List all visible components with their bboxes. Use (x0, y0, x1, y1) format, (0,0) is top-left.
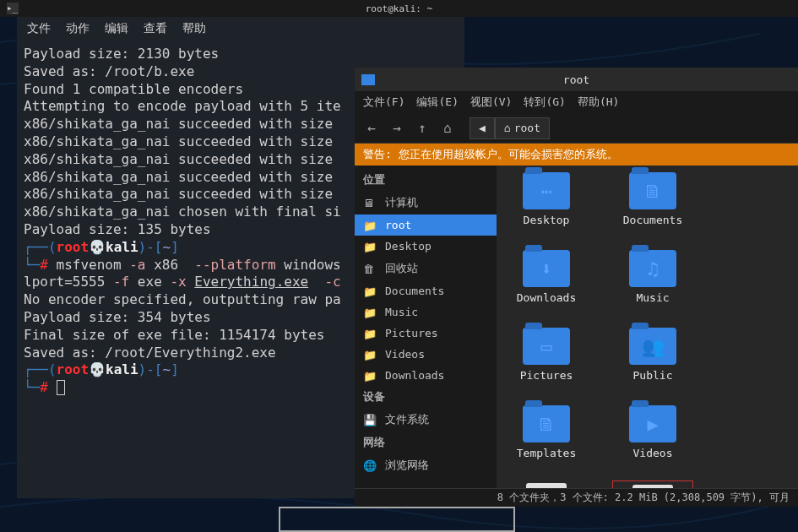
status-text: 8 个文件夹，3 个文件: 2.2 MiB (2,308,509 字节), 可月 (497, 491, 790, 505)
top-panel: ▸_ root@kali: ~ (0, 0, 798, 17)
file-item-pictures[interactable]: ▭Pictures (508, 328, 584, 382)
fm-menu-goto[interactable]: 转到(G) (524, 95, 565, 110)
fm-titlebar[interactable]: root (355, 68, 798, 91)
file-item-videos[interactable]: ▶Videos (615, 405, 691, 459)
cursor (57, 380, 65, 395)
sidebar-item-pictures[interactable]: 📁Pictures (355, 323, 497, 344)
folder-icon: 📁 (363, 349, 378, 361)
breadcrumb: ◀ ⌂ root (470, 117, 550, 139)
terminal-menu: 文件 动作 编辑 查看 帮助 (17, 17, 464, 41)
file-item-public[interactable]: 👥Public (615, 328, 691, 382)
back-button[interactable]: ← (361, 118, 382, 138)
sidebar-item-计算机[interactable]: 🖥计算机 (355, 191, 497, 214)
folder-icon: 👥 (629, 328, 676, 365)
folder-icon: 📁 (363, 328, 378, 339)
sidebar-header-network: 网络 (355, 432, 497, 453)
fm-menubar: 文件(F) 编辑(E) 视图(V) 转到(G) 帮助(H) (355, 91, 798, 113)
exe-icon (526, 483, 567, 488)
file-label: Desktop (524, 214, 570, 226)
menu-help[interactable]: 帮助 (182, 21, 206, 36)
menu-edit[interactable]: 编辑 (105, 21, 128, 36)
fm-menu-edit[interactable]: 编辑(E) (416, 95, 458, 110)
file-label: Templates (517, 447, 576, 459)
sidebar-item-videos[interactable]: 📁Videos (355, 344, 497, 365)
fm-sidebar: 位置 🖥计算机📁root📁Desktop🗑回收站📁Documents📁Music… (355, 166, 497, 488)
sidebar-item-music[interactable]: 📁Music (355, 301, 497, 323)
sidebar-item-documents[interactable]: 📁Documents (355, 280, 497, 301)
folder-icon: 🗑 (363, 263, 378, 274)
up-button[interactable]: ↑ (412, 118, 432, 138)
forward-button[interactable]: → (387, 118, 407, 138)
breadcrumb-root[interactable]: ⌂ root (495, 117, 550, 139)
folder-icon: 📁 (363, 307, 378, 318)
fm-title: root (563, 73, 589, 86)
home-icon (361, 74, 375, 85)
exe-icon (632, 485, 673, 488)
disk-icon: 💾 (363, 414, 378, 426)
folder-icon: ⬇ (523, 250, 570, 287)
sidebar-item-root[interactable]: 📁root (355, 214, 497, 236)
folder-icon: 📁 (363, 370, 378, 382)
menu-view[interactable]: 查看 (144, 21, 167, 36)
fm-content[interactable]: ⋯Desktop🗎Documents⬇Downloads♫Music▭Pictu… (497, 166, 798, 488)
file-manager-window: root 文件(F) 编辑(E) 视图(V) 转到(G) 帮助(H) ← → ↑… (355, 68, 798, 507)
root-warning: 警告: 您正在使用超级帐户。可能会损害您的系统。 (355, 144, 798, 166)
sidebar-item-downloads[interactable]: 📁Downloads (355, 365, 497, 386)
menu-file[interactable]: 文件 (27, 21, 51, 36)
file-item-desktop[interactable]: ⋯Desktop (508, 172, 584, 226)
sidebar-item-回收站[interactable]: 🗑回收站 (355, 257, 497, 280)
menu-action[interactable]: 动作 (66, 21, 90, 36)
folder-icon: ▭ (523, 328, 570, 365)
folder-icon: 🗎 (523, 405, 570, 442)
file-label: Public (633, 369, 673, 382)
folder-icon: 📁 (363, 220, 378, 231)
folder-icon: 📁 (363, 241, 378, 252)
network-icon: 🌐 (363, 459, 378, 471)
fm-menu-file[interactable]: 文件(F) (363, 95, 404, 110)
folder-icon: ▶ (629, 405, 676, 442)
file-label: Documents (623, 214, 682, 226)
file-label: Pictures (520, 369, 573, 382)
file-item-b-exe[interactable]: b.exe (508, 483, 584, 488)
fm-statusbar: 8 个文件夹，3 个文件: 2.2 MiB (2,308,509 字节), 可月 (355, 488, 798, 507)
sidebar-header-places: 位置 (355, 169, 497, 191)
sidebar-header-devices: 设备 (355, 386, 497, 408)
fm-toolbar: ← → ↑ ⌂ ◀ ⌂ root (355, 113, 798, 144)
file-item-downloads[interactable]: ⬇Downloads (508, 250, 584, 304)
folder-icon: ⋯ (523, 172, 570, 209)
folder-icon: ♫ (629, 250, 676, 287)
window-title: root@kali: ~ (366, 3, 432, 14)
file-label: Music (636, 291, 669, 304)
fm-menu-help[interactable]: 帮助(H) (578, 95, 619, 110)
file-label: Videos (633, 447, 673, 459)
sidebar-item-desktop[interactable]: 📁Desktop (355, 236, 497, 257)
fm-menu-view[interactable]: 视图(V) (470, 95, 512, 110)
out-line: Payload size: 2130 bytes (24, 46, 458, 63)
file-item-templates[interactable]: 🗎Templates (508, 405, 584, 459)
folder-icon: 🖥 (363, 197, 378, 209)
breadcrumb-prev[interactable]: ◀ (470, 117, 495, 139)
home-button[interactable]: ⌂ (437, 118, 458, 138)
file-item-documents[interactable]: 🗎Documents (615, 172, 691, 226)
kali-badge (279, 507, 515, 532)
terminal-icon: ▸_ (7, 3, 19, 14)
sidebar-item-network[interactable]: 🌐浏览网络 (355, 453, 497, 477)
folder-icon: 🗎 (629, 172, 676, 209)
folder-icon: 📁 (363, 285, 378, 297)
file-label: Downloads (517, 291, 576, 304)
sidebar-item-filesystem[interactable]: 💾文件系统 (355, 408, 497, 432)
file-item-music[interactable]: ♫Music (615, 250, 691, 304)
file-item-everything-exe[interactable]: Everything.exe (615, 483, 691, 488)
